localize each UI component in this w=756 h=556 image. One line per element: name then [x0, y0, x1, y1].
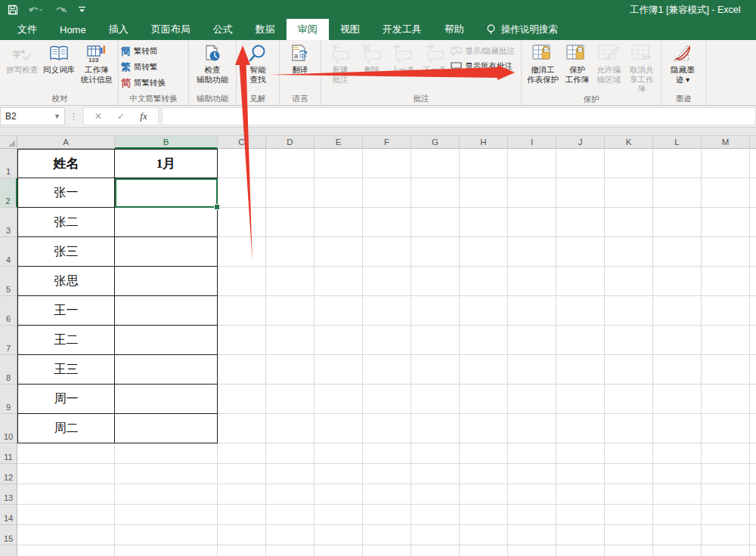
cell-J6[interactable] — [556, 296, 605, 326]
cell-H1[interactable] — [460, 149, 508, 178]
cell-G5[interactable] — [411, 267, 460, 296]
cell-L6[interactable] — [653, 296, 702, 326]
row-header-11[interactable]: 11 — [0, 443, 17, 464]
cell-A16[interactable] — [17, 545, 115, 556]
cell-J16[interactable] — [556, 545, 605, 556]
cell-G6[interactable] — [411, 296, 460, 326]
cell-N6[interactable] — [750, 296, 756, 326]
cell-B6[interactable] — [115, 296, 218, 326]
cell-L3[interactable] — [653, 208, 702, 237]
cell-C10[interactable] — [218, 414, 266, 443]
cell-H12[interactable] — [460, 464, 508, 484]
cell-M14[interactable] — [702, 505, 750, 525]
cell-E2[interactable] — [314, 178, 363, 208]
cell-A8[interactable]: 王三 — [17, 355, 115, 385]
cell-I2[interactable] — [508, 178, 556, 208]
cell-C5[interactable] — [218, 267, 266, 296]
cell-E9[interactable] — [314, 385, 363, 414]
cell-F12[interactable] — [363, 464, 411, 484]
row-header-12[interactable]: 12 — [0, 464, 17, 484]
cell-B3[interactable] — [115, 208, 218, 237]
cell-G7[interactable] — [411, 326, 460, 355]
cell-N16[interactable] — [750, 545, 756, 556]
cell-E4[interactable] — [314, 237, 363, 267]
cell-I1[interactable] — [508, 149, 556, 178]
cell-D16[interactable] — [266, 545, 314, 556]
cell-L13[interactable] — [653, 484, 702, 505]
cell-E12[interactable] — [314, 464, 363, 484]
hide-ink-button[interactable]: 隐藏墨 迹 ▾ — [664, 42, 702, 84]
cell-H15[interactable] — [460, 525, 508, 545]
cell-K3[interactable] — [605, 208, 653, 237]
tab-home[interactable]: Home — [48, 19, 98, 40]
cell-I7[interactable] — [508, 326, 556, 355]
cell-K9[interactable] — [605, 385, 653, 414]
cell-E7[interactable] — [314, 326, 363, 355]
cell-M10[interactable] — [702, 414, 750, 443]
next-comment-button[interactable]: 下一条 — [419, 42, 451, 75]
smart-lookup-button[interactable]: 智能 查找 — [239, 42, 277, 84]
cell-K11[interactable] — [605, 443, 653, 464]
cell-J14[interactable] — [556, 505, 605, 525]
cancel-icon[interactable]: ✕ — [87, 111, 110, 122]
cell-E1[interactable] — [314, 149, 363, 178]
cell-G4[interactable] — [411, 237, 460, 267]
cell-I14[interactable] — [508, 505, 556, 525]
cell-N14[interactable] — [750, 505, 756, 525]
cell-H4[interactable] — [460, 237, 508, 267]
cell-I8[interactable] — [508, 355, 556, 385]
cell-N5[interactable] — [750, 267, 756, 296]
cell-N4[interactable] — [750, 237, 756, 267]
cell-C7[interactable] — [218, 326, 266, 355]
row-header-6[interactable]: 6 — [0, 296, 17, 326]
row-header-4[interactable]: 4 — [0, 237, 17, 267]
cell-J7[interactable] — [556, 326, 605, 355]
cell-E14[interactable] — [314, 505, 363, 525]
column-header-H[interactable]: H — [460, 136, 508, 149]
cell-J11[interactable] — [556, 443, 605, 464]
column-header-J[interactable]: J — [556, 136, 605, 149]
cell-M11[interactable] — [702, 443, 750, 464]
cell-G10[interactable] — [411, 414, 460, 443]
workbook-statistics-button[interactable]: 123 工作簿 统计信息 — [77, 42, 116, 84]
cell-K1[interactable] — [605, 149, 653, 178]
show-all-comments-button[interactable]: 显示所有批注 — [451, 61, 515, 72]
column-header-E[interactable]: E — [314, 136, 363, 149]
cell-D9[interactable] — [266, 385, 314, 414]
cell-E16[interactable] — [314, 545, 363, 556]
row-header-1[interactable]: 1 — [0, 149, 17, 178]
cell-H13[interactable] — [460, 484, 508, 505]
translate-button[interactable]: a中 翻译 — [282, 42, 318, 75]
cell-K13[interactable] — [605, 484, 653, 505]
cell-N8[interactable] — [750, 355, 756, 385]
cell-K14[interactable] — [605, 505, 653, 525]
cell-L1[interactable] — [653, 149, 702, 178]
cell-B9[interactable] — [115, 385, 218, 414]
row-header-15[interactable]: 15 — [0, 525, 17, 545]
cell-K6[interactable] — [605, 296, 653, 326]
cell-D11[interactable] — [266, 443, 314, 464]
cell-H5[interactable] — [460, 267, 508, 296]
row-header-14[interactable]: 14 — [0, 505, 17, 525]
cell-I13[interactable] — [508, 484, 556, 505]
column-header-D[interactable]: D — [266, 136, 314, 149]
column-header-M[interactable]: M — [702, 136, 750, 149]
thesaurus-button[interactable]: 同义词库 — [41, 42, 78, 75]
cell-M9[interactable] — [702, 385, 750, 414]
cell-L10[interactable] — [653, 414, 702, 443]
cell-F14[interactable] — [363, 505, 411, 525]
cell-N13[interactable] — [750, 484, 756, 505]
cell-F1[interactable] — [363, 149, 411, 178]
fill-handle[interactable] — [214, 204, 220, 210]
cell-C4[interactable] — [218, 237, 266, 267]
redo-icon[interactable] — [53, 5, 68, 14]
delete-comment-button[interactable]: 删除 — [357, 42, 387, 75]
allow-edit-ranges-button[interactable]: 允许编 辑区域 — [593, 42, 625, 84]
cell-A4[interactable]: 张三 — [17, 237, 115, 267]
cell-K8[interactable] — [605, 355, 653, 385]
column-header-L[interactable]: L — [653, 136, 702, 149]
cell-E10[interactable] — [314, 414, 363, 443]
cell-F13[interactable] — [363, 484, 411, 505]
cell-F5[interactable] — [363, 267, 411, 296]
cell-N9[interactable] — [750, 385, 756, 414]
